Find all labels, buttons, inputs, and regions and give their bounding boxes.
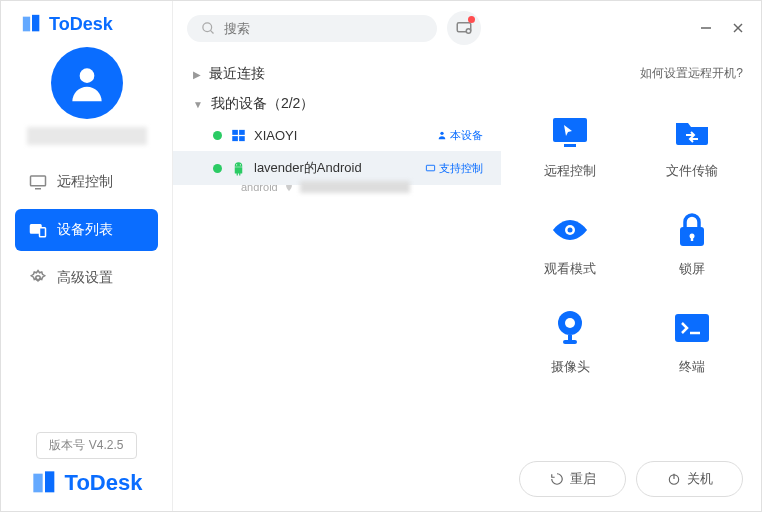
person-icon [437,130,447,140]
app-window: ToDesk 远程控制 设备列表 高级设置 版本号 V4.2.5 [0,0,762,512]
svg-rect-19 [232,136,238,141]
brand-text: ToDesk [49,14,113,35]
connect-button[interactable] [447,11,481,45]
device-row[interactable]: XIAOYI 本设备 [173,119,501,151]
power-buttons: 重启 关机 [519,443,743,497]
monitor-icon [29,173,47,191]
action-lock-screen[interactable]: 锁屏 [670,208,714,278]
content: ▶ 最近连接 ▼ 我的设备（2/2） XIAOYI 本设备 [173,55,761,511]
main: ▶ 最近连接 ▼ 我的设备（2/2） XIAOYI 本设备 [173,1,761,511]
action-remote-control[interactable]: 远程控制 [544,110,596,180]
action-file-transfer[interactable]: 文件传输 [666,110,718,180]
svg-rect-24 [426,165,434,171]
svg-point-13 [466,29,471,34]
gear-icon [29,269,47,287]
brand-bottom: ToDesk [31,469,143,511]
status-online-icon [213,131,222,140]
svg-rect-17 [232,129,238,134]
terminal-icon [673,312,711,344]
svg-point-10 [203,22,212,31]
camera-icon [553,310,587,346]
eye-icon [550,216,590,244]
svg-rect-0 [23,17,30,32]
restart-icon [550,472,564,486]
search-box[interactable] [187,15,437,42]
username-blur [27,127,147,145]
chevron-down-icon: ▼ [193,99,203,110]
nav: 远程控制 设备列表 高级设置 [1,161,172,299]
search-input[interactable] [224,21,423,36]
version-badge[interactable]: 版本号 V4.2.5 [36,432,136,459]
logo-top: ToDesk [1,1,172,43]
action-watch-mode[interactable]: 观看模式 [544,208,596,278]
avatar-wrap[interactable] [51,47,123,119]
nav-label: 高级设置 [57,269,113,287]
top-bar [173,1,761,55]
remote-control-icon [550,115,590,149]
svg-rect-8 [33,474,42,493]
device-row[interactable]: lavender的Android 支持控制 [173,151,501,185]
help-link[interactable]: 如何设置远程开机? [519,65,743,82]
group-my-devices[interactable]: ▼ 我的设备（2/2） [173,89,501,119]
android-icon [230,160,246,176]
location-blur [300,181,410,193]
svg-rect-26 [564,144,576,147]
monitor-small-icon [425,163,436,174]
sidebar: ToDesk 远程控制 设备列表 高级设置 版本号 V4.2.5 [1,1,173,511]
svg-point-21 [440,132,443,135]
device-tag: 支持控制 [425,161,483,176]
action-label: 终端 [679,358,705,376]
device-tag: 本设备 [437,128,483,143]
user-icon [65,61,109,105]
svg-rect-36 [675,314,709,342]
nav-remote-control[interactable]: 远程控制 [15,161,158,203]
notification-dot [468,16,475,23]
action-terminal[interactable]: 终端 [670,306,714,376]
restart-button[interactable]: 重启 [519,461,626,497]
svg-point-23 [239,164,240,165]
svg-point-2 [79,68,94,83]
svg-rect-1 [32,15,39,32]
svg-rect-31 [691,237,693,241]
lock-icon [676,212,708,248]
window-controls [697,19,747,37]
device-list-column: ▶ 最近连接 ▼ 我的设备（2/2） XIAOYI 本设备 [173,55,501,511]
svg-line-11 [210,30,213,33]
svg-point-33 [565,318,575,328]
action-label: 文件传输 [666,162,718,180]
windows-icon [230,127,246,143]
svg-rect-3 [31,176,46,186]
nav-label: 远程控制 [57,173,113,191]
action-label: 远程控制 [544,162,596,180]
file-transfer-icon [672,115,712,149]
group-recent[interactable]: ▶ 最近连接 [173,59,501,89]
action-camera[interactable]: 摄像头 [548,306,592,376]
search-icon [201,21,216,36]
svg-rect-20 [239,136,245,141]
logo-icon [21,13,43,35]
action-label: 锁屏 [679,260,705,278]
nav-device-list[interactable]: 设备列表 [15,209,158,251]
nav-label: 设备列表 [57,221,113,239]
close-button[interactable] [729,19,747,37]
nav-advanced-settings[interactable]: 高级设置 [15,257,158,299]
svg-rect-9 [45,471,54,492]
svg-point-22 [236,164,237,165]
avatar [51,47,123,119]
svg-rect-18 [239,129,245,134]
svg-point-28 [568,228,573,233]
action-label: 摄像头 [551,358,590,376]
group-label: 我的设备（2/2） [211,95,314,113]
logo-icon [31,469,59,497]
group-label: 最近连接 [209,65,265,83]
shutdown-button[interactable]: 关机 [636,461,743,497]
action-column: 如何设置远程开机? 远程控制 文件传输 观看模式 [501,55,761,511]
chevron-right-icon: ▶ [193,69,201,80]
device-name: lavender的Android [254,159,417,177]
action-label: 观看模式 [544,260,596,278]
brand-text: ToDesk [65,470,143,496]
power-icon [667,472,681,486]
minimize-button[interactable] [697,19,715,37]
status-online-icon [213,164,222,173]
svg-rect-35 [568,335,572,341]
